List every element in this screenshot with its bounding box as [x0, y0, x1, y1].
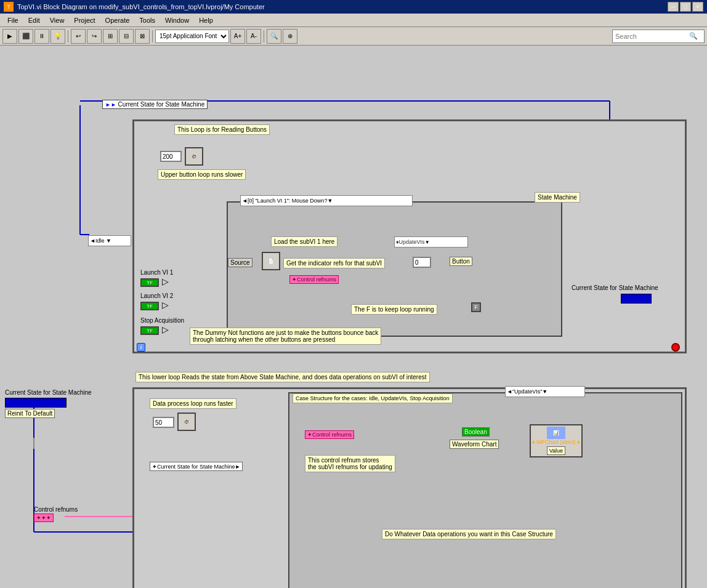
- menu-view[interactable]: View: [45, 15, 70, 25]
- menu-help[interactable]: Help: [194, 15, 218, 25]
- value-label: Value: [547, 446, 565, 455]
- update-vis-enum[interactable]: ♦UpdateVIs ▼: [394, 236, 468, 248]
- control-refnums-case: ✦Control refnums: [305, 430, 354, 439]
- state-indicator: [621, 294, 652, 304]
- upper-loop-label: This Loop is for Reading Buttons: [174, 124, 270, 135]
- maximize-button[interactable]: □: [680, 2, 691, 12]
- upper-button-loop-label: Upper button loop runs slower: [158, 169, 246, 180]
- case-struct-label: Case Structure for the cases: Idle, Upda…: [293, 393, 453, 403]
- undo-button[interactable]: ↩: [71, 29, 86, 44]
- reinit-button[interactable]: Reinit To Default: [5, 409, 55, 418]
- f-boolean[interactable]: F: [471, 302, 481, 312]
- redo-button[interactable]: ↪: [87, 29, 102, 44]
- update-vis-dropdown[interactable]: ◄ "UpdateVIs" ▼: [505, 386, 585, 397]
- idle-enum[interactable]: ◄Idle ▼: [88, 235, 131, 246]
- launch-vi2-label: Launch VI 2: [140, 292, 173, 299]
- resize-button[interactable]: ⊠: [135, 29, 150, 44]
- dist-button[interactable]: ⊟: [119, 29, 134, 44]
- lower-loop-label: This lower loop Reads the state from Abo…: [135, 372, 430, 382]
- font-size-down[interactable]: A-: [246, 29, 261, 44]
- lower-while-loop: Data process loop runs faster 50 ⏱ Case …: [132, 387, 687, 588]
- titlebar: T TopVI.vi Block Diagram on modify_subVI…: [0, 0, 707, 14]
- state-machine-label: State Machine: [535, 192, 580, 203]
- snap-button[interactable]: ⊕: [283, 29, 297, 44]
- zero-value: 0: [413, 257, 431, 268]
- menu-operate[interactable]: Operate: [100, 15, 135, 25]
- current-state-lower: ✦Current State for State Machine►: [150, 462, 243, 471]
- case-selector[interactable]: ◄ [0] "Launch VI 1": Mouse Down? ▼: [240, 195, 413, 206]
- align-button[interactable]: ⊞: [103, 29, 118, 44]
- font-select[interactable]: 15pt Application Font: [155, 30, 229, 43]
- get-indicator-label: Get the indicator refs for that subVI: [283, 258, 385, 268]
- control-refnums-side-label: Control refnums: [34, 506, 78, 513]
- stop-acq-arrow: ▷: [162, 324, 169, 334]
- control-refnum-note: This control refnum stores the subVI ref…: [305, 455, 395, 472]
- highlight-button[interactable]: 💡: [50, 29, 65, 44]
- search-icon: 🔍: [689, 32, 698, 40]
- state-machine-case: ◄ [0] "Launch VI 1": Mouse Down? ▼ Load …: [227, 201, 562, 337]
- do-whatever-label: Do Whatever Data operations you want in …: [382, 529, 556, 539]
- dummy-note: The Dummy Not functions are just to make…: [190, 328, 381, 345]
- launch-vi2-arrow: ▷: [162, 300, 169, 310]
- current-state-header: ►► Current State for State Machine: [102, 100, 208, 109]
- current-state-side-indicator: [5, 398, 67, 408]
- launch-vi1-label: Launch VI 1: [140, 269, 173, 276]
- stop-acq-label: Stop Acquisition: [140, 317, 184, 324]
- font-size-up[interactable]: A+: [230, 29, 245, 44]
- zoom-in[interactable]: 🔍: [267, 29, 281, 44]
- case-structure: Case Structure for the cases: Idle, Upda…: [288, 392, 682, 588]
- menu-edit[interactable]: Edit: [23, 15, 45, 25]
- main-canvas: ►► Current State for State Machine This …: [0, 46, 707, 588]
- wfchart-label: ♦ WFChart (strict) ♦: [532, 439, 580, 445]
- upper-info-icon: i: [137, 343, 145, 352]
- timer-subvi-lower: ⏱: [177, 413, 196, 431]
- window-controls[interactable]: ─ □ ×: [668, 2, 703, 12]
- f-note: The F is to keep loop running: [351, 304, 437, 315]
- waveform-chart-label: Waveform Chart: [450, 440, 499, 449]
- menu-tools[interactable]: Tools: [134, 15, 160, 25]
- button-label: Button: [450, 257, 472, 266]
- subvi-icon: 📄: [262, 252, 280, 270]
- launch-vi2-bool[interactable]: TF: [140, 302, 159, 310]
- current-state-right-label: Current State for State Machine: [572, 284, 658, 291]
- run-button[interactable]: ▶: [2, 29, 17, 44]
- launch-vi1-arrow: ▷: [162, 276, 169, 286]
- load-subvi-label: Load the subVI 1 here: [271, 236, 337, 247]
- data-process-label: Data process loop runs faster: [150, 398, 236, 409]
- title-text: TopVI.vi Block Diagram on modify_subVI_c…: [17, 3, 265, 10]
- stop-button[interactable]: ⬛: [18, 29, 33, 44]
- close-button[interactable]: ×: [692, 2, 703, 12]
- num-200-control[interactable]: 200: [160, 151, 182, 162]
- sep2: [152, 30, 153, 42]
- menu-file[interactable]: File: [2, 15, 23, 25]
- sep1: [68, 30, 68, 42]
- timer-subvi-upper: ⏱: [185, 147, 203, 166]
- current-state-header-text: Current State for State Machine: [118, 101, 205, 108]
- stop-acq-bool[interactable]: TF: [140, 326, 159, 335]
- current-state-side-label: Current State for State Machine: [5, 389, 92, 396]
- source-label: Source: [228, 258, 252, 267]
- num-50-control[interactable]: 50: [153, 417, 174, 428]
- search-box[interactable]: 🔍: [612, 30, 705, 43]
- menubar: File Edit View Project Operate Tools Win…: [0, 14, 707, 27]
- control-refnums-label: ✦Control refnums: [289, 275, 339, 284]
- pause-button[interactable]: ⏸: [34, 29, 49, 44]
- control-refnums-side: ✦✦✦: [34, 513, 54, 522]
- sep3: [264, 30, 264, 42]
- app-icon: T: [4, 2, 14, 12]
- wfchart-icon: 📊: [547, 427, 565, 439]
- search-input[interactable]: [615, 33, 689, 40]
- launch-vi1-bool[interactable]: TF: [140, 278, 159, 287]
- upper-stop-terminal: [671, 343, 680, 352]
- toolbar: ▶ ⬛ ⏸ 💡 ↩ ↪ ⊞ ⊟ ⊠ 15pt Application Font …: [0, 27, 707, 46]
- menu-project[interactable]: Project: [69, 15, 100, 25]
- menu-window[interactable]: Window: [160, 15, 194, 25]
- minimize-button[interactable]: ─: [668, 2, 679, 12]
- boolean-label: Boolean: [462, 427, 490, 437]
- upper-while-loop: This Loop is for Reading Buttons 200 ⏱ U…: [132, 119, 687, 353]
- wfchart-block: 📊 ♦ WFChart (strict) ♦ Value: [530, 424, 583, 457]
